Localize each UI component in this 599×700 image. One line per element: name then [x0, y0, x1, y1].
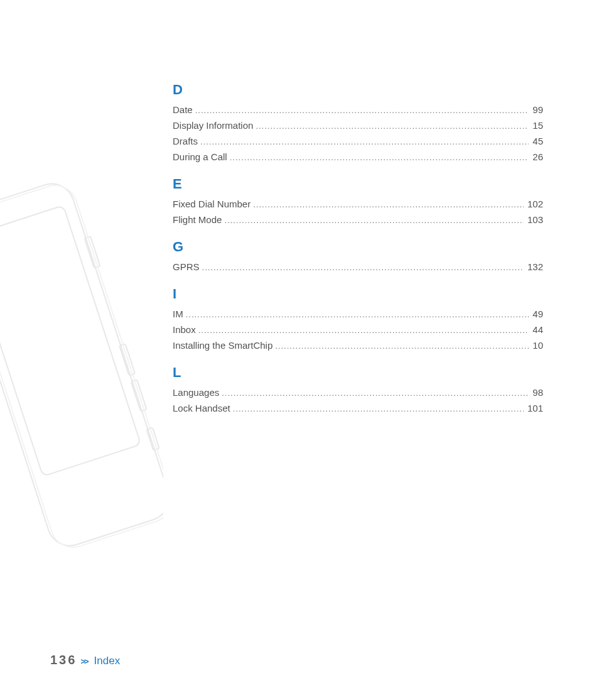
svg-rect-8 — [0, 180, 163, 553]
index-entry: Flight Mode 103 — [173, 214, 543, 225]
footer-page-number: 136 — [50, 653, 77, 667]
entry-label: Drafts — [173, 136, 200, 146]
dots-leader — [224, 216, 524, 225]
index-entry: Date 99 — [173, 104, 543, 115]
entry-label: Installing the SmartChip — [173, 340, 275, 351]
entry-page: 15 — [529, 120, 543, 131]
dots-leader — [186, 310, 529, 319]
index-entry: IM 49 — [173, 309, 543, 319]
index-entry: Fixed Dial Number 102 — [173, 199, 543, 209]
entry-page: 101 — [524, 403, 543, 413]
section-letter-g: G — [173, 239, 543, 255]
dots-leader — [222, 388, 529, 398]
phone-outline-illustration — [0, 176, 163, 566]
chevron-icon: >> — [80, 657, 87, 666]
section-letter-d: D — [173, 82, 543, 98]
entry-page: 26 — [529, 151, 543, 162]
section-letter-i: I — [173, 286, 543, 302]
entry-page: 99 — [529, 104, 543, 115]
entry-page: 132 — [524, 261, 543, 272]
index-entry: Inbox 44 — [173, 324, 543, 335]
dots-leader — [275, 341, 529, 351]
index-entry: During a Call 26 — [173, 151, 543, 162]
entry-label: Display Information — [173, 120, 256, 131]
dots-leader — [256, 121, 529, 131]
entry-label: Fixed Dial Number — [173, 199, 253, 209]
entry-label: During a Call — [173, 151, 230, 162]
entry-label: GPRS — [173, 261, 202, 272]
index-content: D Date 99 Display Information 15 Drafts … — [173, 82, 543, 418]
dots-leader — [198, 325, 529, 335]
entry-page: 49 — [529, 309, 543, 319]
page-footer: 136 >> Index — [50, 653, 120, 667]
entry-label: Flight Mode — [173, 214, 224, 225]
entry-label: Date — [173, 104, 195, 115]
dots-leader — [195, 106, 529, 115]
index-entry: Languages 98 — [173, 387, 543, 398]
entry-page: 10 — [529, 340, 543, 351]
entry-label: IM — [173, 309, 186, 319]
index-entry: Installing the SmartChip 10 — [173, 340, 543, 351]
entry-label: Inbox — [173, 324, 198, 335]
entry-page: 44 — [529, 324, 543, 335]
entry-page: 103 — [524, 214, 543, 225]
entry-page: 45 — [529, 136, 543, 146]
index-entry: Display Information 15 — [173, 120, 543, 131]
section-letter-l: L — [173, 364, 543, 381]
dots-leader — [230, 153, 529, 162]
entry-page: 102 — [524, 199, 543, 209]
index-entry: Drafts 45 — [173, 136, 543, 146]
index-entry: GPRS 132 — [173, 261, 543, 272]
dots-leader — [233, 404, 524, 413]
dots-leader — [202, 263, 524, 272]
page: D Date 99 Display Information 15 Drafts … — [0, 0, 599, 700]
section-letter-e: E — [173, 176, 543, 192]
entry-page: 98 — [529, 387, 543, 398]
entry-label: Languages — [173, 387, 222, 398]
svg-rect-0 — [0, 178, 163, 551]
footer-title: Index — [94, 655, 121, 667]
dots-leader — [253, 200, 524, 209]
dots-leader — [200, 137, 529, 146]
index-entry: Lock Handset 101 — [173, 403, 543, 413]
entry-label: Lock Handset — [173, 403, 233, 413]
